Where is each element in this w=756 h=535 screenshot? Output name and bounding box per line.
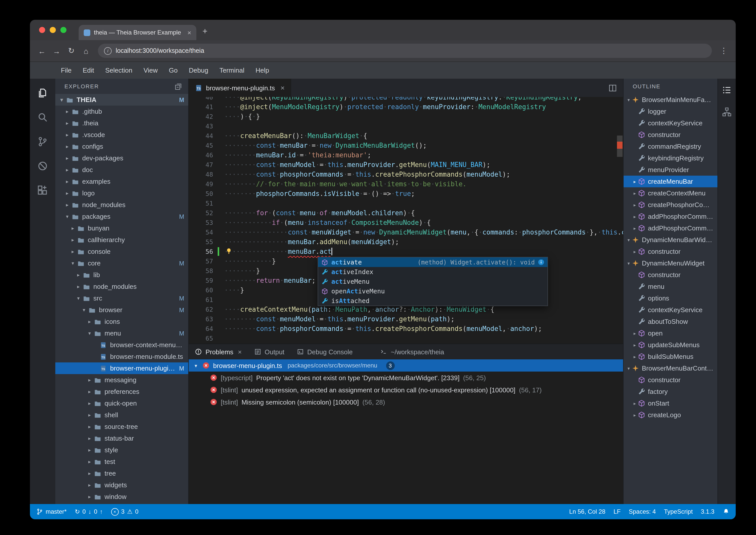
- menu-file[interactable]: File: [55, 62, 77, 79]
- line-number[interactable]: 52: [189, 208, 213, 218]
- code-line-63[interactable]: 63········const·menuModel·=·this.menuPro…: [189, 314, 616, 324]
- outline-item-DynamicMenuWidget[interactable]: ▾DynamicMenuWidget: [624, 257, 717, 269]
- ts-version[interactable]: 3.1.3: [701, 508, 715, 515]
- tree-item-browser-context-menu-r...[interactable]: TSbrowser-context-menu-r...: [55, 339, 188, 351]
- line-number[interactable]: 59: [189, 276, 213, 285]
- line-number[interactable]: 53: [189, 218, 213, 227]
- line-number[interactable]: 54: [189, 227, 213, 237]
- outline-item-onStart[interactable]: ▸onStart: [624, 397, 717, 409]
- outline-item-constructor[interactable]: constructor: [624, 374, 717, 386]
- code-line-50[interactable]: 50········phosphorCommands.isVisible·=·(…: [189, 189, 616, 198]
- line-number[interactable]: 56: [189, 247, 213, 256]
- code-editor[interactable]: 40····@inject(KeybindingRegistry)·protec…: [189, 97, 623, 344]
- chevron-right-icon[interactable]: ▸: [632, 179, 638, 184]
- line-number[interactable]: 60: [189, 285, 213, 295]
- suggestion-activeIndex[interactable]: activeIndex: [318, 267, 548, 277]
- suggestion-isAttached[interactable]: isAttached: [318, 296, 548, 306]
- tree-item-THEIA[interactable]: ▾THEIAM: [55, 94, 188, 105]
- tree-item-callhierarchy[interactable]: ▸callhierarchy: [55, 234, 188, 246]
- chevron-down-icon[interactable]: ▾: [64, 214, 70, 219]
- chevron-down-icon[interactable]: ▾: [626, 237, 632, 242]
- close-editor-icon[interactable]: ×: [281, 84, 284, 92]
- git-branch-status[interactable]: master*: [36, 508, 67, 515]
- chevron-right-icon[interactable]: ▸: [632, 401, 638, 406]
- chevron-right-icon[interactable]: ▸: [632, 214, 638, 219]
- tree-item-lib[interactable]: ▸lib: [55, 269, 188, 281]
- code-line-49[interactable]: 49········//·for·the·main·menu·we·want·a…: [189, 179, 616, 189]
- menu-debug[interactable]: Debug: [183, 62, 214, 79]
- line-number[interactable]: 43: [189, 121, 213, 131]
- chevron-down-icon[interactable]: ▾: [81, 307, 87, 313]
- tree-item-bunyan[interactable]: ▸bunyan: [55, 222, 188, 234]
- cursor-position[interactable]: Ln 56, Col 28: [569, 508, 606, 515]
- code-line-54[interactable]: 54················const·menuWidget·=·new…: [189, 227, 616, 237]
- chevron-right-icon[interactable]: ▸: [69, 249, 76, 254]
- menu-edit[interactable]: Edit: [77, 62, 100, 79]
- chevron-right-icon[interactable]: ▸: [86, 424, 93, 430]
- browser-titlebar[interactable]: theia — Theia Browser Example × +: [30, 20, 736, 40]
- chevron-right-icon[interactable]: ▸: [69, 225, 76, 231]
- code-line-46[interactable]: 46········menuBar.id·=·'theia:menubar';: [189, 150, 616, 160]
- outline-item-menuProvider[interactable]: menuProvider: [624, 164, 717, 176]
- chevron-right-icon[interactable]: ▸: [632, 249, 638, 254]
- debug-disabled-icon[interactable]: [37, 160, 49, 172]
- panel-tab-output[interactable]: Output: [254, 344, 284, 359]
- line-number[interactable]: 41: [189, 102, 213, 112]
- outline-item-options[interactable]: options: [624, 292, 717, 304]
- editor-tab[interactable]: TS browser-menu-plugin.ts ×: [189, 79, 291, 97]
- chevron-right-icon[interactable]: ▸: [632, 226, 638, 231]
- chevron-right-icon[interactable]: ▸: [64, 132, 70, 138]
- code-line-65[interactable]: 65: [189, 333, 616, 343]
- line-number[interactable]: 50: [189, 189, 213, 198]
- suggestion-openActiveMenu[interactable]: openActiveMenu: [318, 286, 548, 296]
- outline-item-aboutToShow[interactable]: aboutToShow: [624, 316, 717, 327]
- line-number[interactable]: 58: [189, 266, 213, 276]
- line-number[interactable]: 62: [189, 304, 213, 314]
- outline-item-addPhosphorCommands[interactable]: ▸addPhosphorCommands: [624, 211, 717, 222]
- outline-item-buildSubMenus[interactable]: ▸buildSubMenus: [624, 351, 717, 362]
- new-tab-button[interactable]: +: [202, 26, 207, 37]
- menu-view[interactable]: View: [138, 62, 163, 79]
- outline-item-open[interactable]: ▸open: [624, 327, 717, 339]
- chevron-down-icon[interactable]: ▾: [626, 97, 632, 102]
- outline-item-constructor[interactable]: constructor: [624, 129, 717, 141]
- outline-item-contextKeyService[interactable]: contextKeyService: [624, 117, 717, 129]
- tree-item-core[interactable]: ▾coreM: [55, 257, 188, 269]
- browser-tab[interactable]: theia — Theia Browser Example ×: [79, 25, 196, 40]
- chevron-down-icon[interactable]: ▾: [86, 330, 93, 336]
- chevron-right-icon[interactable]: ▸: [64, 202, 70, 208]
- chevron-right-icon[interactable]: ▸: [64, 109, 70, 114]
- home-icon[interactable]: ⌂: [79, 44, 93, 58]
- code-line-43[interactable]: 43: [189, 121, 616, 131]
- code-line-45[interactable]: 45········const·menuBar·=·new·DynamicMen…: [189, 141, 616, 150]
- tree-item-messaging[interactable]: ▸messaging: [55, 374, 188, 386]
- outline-item-commandRegistry[interactable]: commandRegistry: [624, 141, 717, 152]
- tree-item-window[interactable]: ▸window: [55, 491, 188, 502]
- menu-help[interactable]: Help: [250, 62, 275, 79]
- panel-tab-debug-console[interactable]: Debug Console: [297, 344, 353, 359]
- problem-row[interactable]: [tslint]unused expression, expected an a…: [189, 384, 623, 396]
- problems-file-group[interactable]: ▾ browser-menu-plugin.ts packages/core/s…: [189, 359, 623, 372]
- menu-terminal[interactable]: Terminal: [214, 62, 250, 79]
- lightbulb-icon[interactable]: [225, 248, 232, 255]
- browser-menu-icon[interactable]: ⋮: [717, 44, 731, 58]
- line-number[interactable]: 66: [189, 343, 213, 344]
- chevron-right-icon[interactable]: ▸: [69, 237, 76, 243]
- tree-item-doc[interactable]: ▸doc: [55, 164, 188, 176]
- source-control-icon[interactable]: [37, 135, 49, 148]
- line-number[interactable]: 47: [189, 160, 213, 170]
- code-line-42[interactable]: 42····)·{·}: [189, 112, 616, 121]
- chevron-right-icon[interactable]: ▸: [632, 202, 638, 207]
- chevron-right-icon[interactable]: ▸: [632, 191, 638, 196]
- close-tab-icon[interactable]: ×: [187, 29, 191, 36]
- line-number[interactable]: 48: [189, 170, 213, 179]
- tree-item-.github[interactable]: ▸.github: [55, 105, 188, 117]
- chevron-right-icon[interactable]: ▸: [86, 470, 93, 476]
- outline-item-BrowserMenuBarContrib...[interactable]: ▾BrowserMenuBarContrib...: [624, 362, 717, 374]
- minimize-window-button[interactable]: [50, 27, 56, 33]
- tree-item-.vscode[interactable]: ▸.vscode: [55, 129, 188, 141]
- line-number[interactable]: 51: [189, 198, 213, 208]
- code-line-53[interactable]: 53············if·(menu·instanceof·Compos…: [189, 218, 616, 227]
- chevron-down-icon[interactable]: ▾: [626, 261, 632, 266]
- line-number[interactable]: 42: [189, 112, 213, 121]
